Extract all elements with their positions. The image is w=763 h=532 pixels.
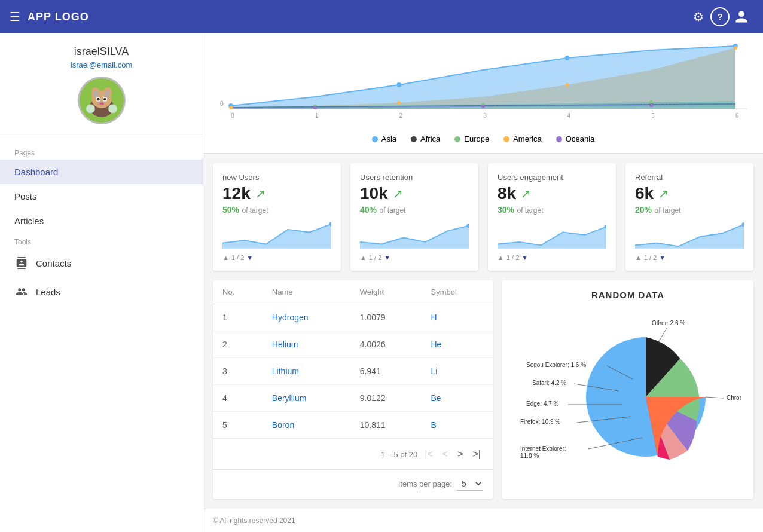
table-row: 4 Beryllium 9.0122 Be	[213, 385, 493, 412]
svg-text:2: 2	[399, 112, 402, 119]
europe-label: Europe	[464, 134, 489, 143]
cell-no: 3	[213, 358, 263, 385]
posts-label: Posts	[14, 191, 37, 201]
svg-text:Chrome: 61.4 %: Chrome: 61.4 %	[727, 395, 741, 401]
stat-label-1: Users retention	[360, 173, 469, 182]
user-profile-section: israelSILVA israel@email.com	[0, 33, 203, 134]
stat-pagination-2: ▲ 1 / 2 ▼	[498, 254, 606, 261]
stat-target-0: of target	[242, 206, 268, 215]
stat-value-0: 12k	[222, 184, 251, 203]
cell-name: Boron	[263, 412, 350, 439]
svg-marker-50	[635, 225, 744, 249]
sidebar-item-contacts[interactable]: Contacts	[0, 249, 203, 277]
articles-label: Articles	[14, 216, 44, 226]
mini-chart-1	[360, 220, 469, 253]
stat-arrow-3: ↗	[658, 186, 669, 201]
africa-dot	[411, 136, 417, 142]
footer: © All rights reserved 2021	[203, 509, 763, 532]
stat-percent-2: 30%	[498, 205, 514, 215]
stat-value-1: 10k	[360, 184, 388, 203]
sidebar-item-posts[interactable]: Posts	[0, 184, 203, 209]
svg-text:11.8 %: 11.8 %	[520, 452, 539, 459]
help-icon[interactable]: ?	[710, 7, 730, 26]
asia-label: Asia	[382, 134, 396, 143]
tools-section-label: Tools	[0, 233, 203, 249]
username: israelSILVA	[10, 45, 193, 58]
table-row: 2 Helium 4.0026 He	[213, 331, 493, 358]
items-per-page-row: Items per page: 5 10 20	[213, 469, 493, 498]
dashboard-label: Dashboard	[14, 167, 58, 177]
items-per-page-select[interactable]: 5 10 20	[457, 477, 483, 491]
svg-point-13	[86, 104, 95, 113]
stat-target-3: of target	[654, 206, 680, 215]
svg-text:Edge: 4.7 %: Edge: 4.7 %	[526, 400, 559, 407]
svg-line-53	[706, 397, 724, 398]
last-page-button[interactable]: >|	[471, 447, 484, 462]
svg-marker-48	[498, 227, 606, 248]
svg-text:3: 3	[483, 112, 487, 119]
stat-arrow-1: ↗	[393, 186, 403, 201]
svg-point-37	[229, 106, 233, 109]
america-dot	[503, 136, 509, 142]
stat-card-engagement: Users engagement 8k ↗ 30% of target	[488, 163, 616, 271]
first-page-button[interactable]: |<	[422, 447, 435, 462]
leads-label: Leads	[36, 287, 60, 297]
cell-name: Beryllium	[263, 385, 350, 412]
stat-target-2: of target	[517, 206, 543, 215]
items-per-page-label: Items per page:	[398, 479, 452, 488]
cell-no: 2	[213, 331, 263, 358]
table-row: 3 Lithium 6.941 Li	[213, 358, 493, 385]
avatar	[78, 77, 126, 124]
stat-arrow-0: ↗	[255, 186, 265, 201]
svg-text:Sogou Explorer: 1.6 %: Sogou Explorer: 1.6 %	[526, 362, 586, 368]
chart-legend: Asia Africa Europe America	[213, 134, 753, 143]
table-row: 5 Boron 10.811 B	[213, 412, 493, 439]
stat-percent-3: 20%	[635, 205, 652, 215]
stat-percent-1: 40%	[360, 205, 377, 215]
area-chart-section: 0 0 1 2 3 4 5 6	[203, 33, 763, 154]
settings-icon[interactable]: ⚙	[686, 5, 710, 29]
legend-oceania: Oceania	[556, 134, 594, 143]
svg-point-40	[734, 46, 737, 50]
elements-table-section: No. Name Weight Symbol 1 Hydrogen 1.0079…	[213, 280, 493, 499]
stat-target-1: of target	[379, 206, 405, 215]
pie-chart-wrap: Chrome: 61.4 % Internet Explorer: 11.8 %…	[512, 307, 744, 475]
cell-weight: 10.811	[350, 412, 422, 439]
svg-point-12	[99, 102, 103, 105]
svg-text:0: 0	[231, 112, 234, 119]
svg-point-43	[649, 103, 653, 107]
svg-text:Firefox: 10.9 %: Firefox: 10.9 %	[520, 418, 560, 425]
prev-page-button[interactable]: <	[440, 447, 450, 462]
sidebar-item-dashboard[interactable]: Dashboard	[0, 160, 203, 184]
sidebar-item-articles[interactable]: Articles	[0, 209, 203, 233]
pie-chart-svg: Chrome: 61.4 % Internet Explorer: 11.8 %…	[514, 307, 741, 475]
top-navigation: ☰ APP LOGO ⚙ ?	[0, 0, 763, 33]
cell-symbol: He	[421, 331, 493, 358]
svg-point-38	[397, 101, 401, 105]
user-email: israel@email.com	[10, 60, 193, 69]
svg-text:Other: 2.6 %: Other: 2.6 %	[652, 320, 685, 326]
svg-text:Safari: 4.2 %: Safari: 4.2 %	[532, 380, 566, 386]
sidebar-navigation: Pages Dashboard Posts Articles Tools Con…	[0, 134, 203, 316]
svg-marker-46	[360, 226, 469, 249]
oceania-label: Oceania	[566, 134, 594, 143]
svg-text:0: 0	[220, 100, 224, 107]
svg-point-29	[565, 56, 570, 60]
content-area: 0 0 1 2 3 4 5 6	[203, 33, 763, 532]
stat-value-2: 8k	[498, 184, 516, 203]
stats-row: new Users 12k ↗ 50% of target	[203, 154, 763, 280]
stat-card-referral: Referral 6k ↗ 20% of target	[625, 163, 753, 271]
svg-point-10	[103, 98, 106, 101]
hamburger-menu-icon[interactable]: ☰	[10, 10, 20, 24]
pie-chart-section: RANDOM DATA	[502, 280, 753, 499]
svg-point-9	[97, 98, 100, 101]
user-account-icon[interactable]	[730, 5, 753, 29]
area-chart: 0 0 1 2 3 4 5 6	[213, 43, 753, 130]
cell-symbol: H	[421, 304, 493, 331]
contacts-icon	[14, 256, 29, 270]
table-pagination: 1 – 5 of 20 |< < > >|	[213, 439, 493, 469]
cell-no: 4	[213, 385, 263, 412]
sidebar-item-leads[interactable]: Leads	[0, 277, 203, 306]
next-page-button[interactable]: >	[455, 447, 465, 462]
svg-point-41	[313, 106, 317, 109]
